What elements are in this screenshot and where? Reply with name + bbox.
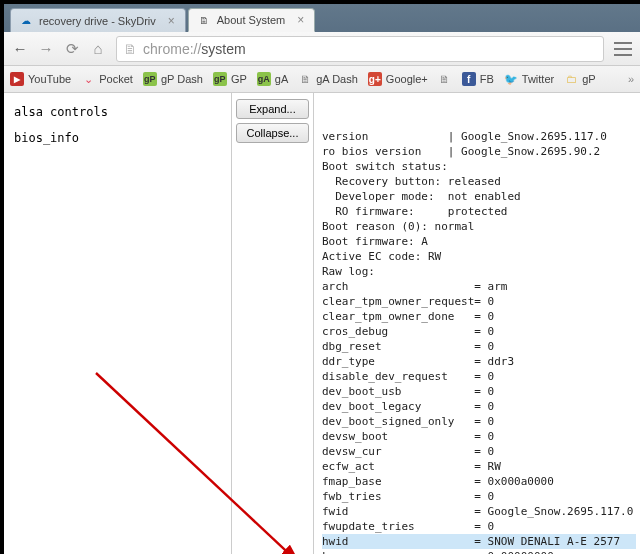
- bookmark-label: Twitter: [522, 73, 554, 85]
- nav-controls: ← → ⟳ ⌂: [12, 41, 106, 57]
- bios-kv-row: hwid = SNOW DENALI A-E 2577: [322, 534, 636, 549]
- bookmark-item[interactable]: g+Google+: [368, 72, 428, 86]
- bios-header-line: version | Google_Snow.2695.117.0: [322, 129, 636, 144]
- bookmark-item[interactable]: gPGP: [213, 72, 247, 86]
- bios-header-line: Boot firmware: A: [322, 234, 636, 249]
- gp-icon: gA: [257, 72, 271, 86]
- tw-icon: 🐦: [504, 72, 518, 86]
- bookmark-label: gP Dash: [161, 73, 203, 85]
- bios-header-line: Developer mode: not enabled: [322, 189, 636, 204]
- bios-header-line: Boot switch status:: [322, 159, 636, 174]
- browser-window: ☁ recovery drive - SkyDriv × 🗎 About Sys…: [4, 4, 640, 554]
- bios-kv-row: dev_boot_usb = 0: [322, 384, 636, 399]
- bookmark-item[interactable]: fFB: [462, 72, 494, 86]
- bios-kv-row: arch = arm: [322, 279, 636, 294]
- bios-kv-row: clear_tpm_owner_request= 0: [322, 294, 636, 309]
- pocket-icon: ⌄: [81, 72, 95, 86]
- bookmark-item[interactable]: gAgA: [257, 72, 288, 86]
- reload-icon[interactable]: ⟳: [64, 41, 80, 57]
- bios-kv-row: clear_tpm_owner_done = 0: [322, 309, 636, 324]
- bios-header-line: ro bios version | Google_Snow.2695.90.2: [322, 144, 636, 159]
- url-scheme: chrome://: [143, 41, 201, 57]
- tab-title: About System: [217, 14, 285, 26]
- tab-strip: ☁ recovery drive - SkyDriv × 🗎 About Sys…: [4, 4, 640, 32]
- bios-kv-row: dbg_reset = 0: [322, 339, 636, 354]
- bios-kv-row: kern_nv = 0x00000000: [322, 549, 636, 554]
- bookmark-label: gA: [275, 73, 288, 85]
- skydrive-icon: ☁: [19, 14, 33, 28]
- bios-header-line: Raw log:: [322, 264, 636, 279]
- bios-kv-row: dev_boot_legacy = 0: [322, 399, 636, 414]
- bookmark-label: Pocket: [99, 73, 133, 85]
- bios-kv-row: fwid = Google_Snow.2695.117.0: [322, 504, 636, 519]
- folder-icon: 🗀: [564, 72, 578, 86]
- bios-header-line: Active EC code: RW: [322, 249, 636, 264]
- url-path: system: [201, 41, 245, 57]
- section-bios-info[interactable]: bios_info: [14, 125, 79, 151]
- bios-kv-row: ecfw_act = RW: [322, 459, 636, 474]
- chevron-right-icon[interactable]: »: [628, 73, 634, 85]
- close-icon[interactable]: ×: [297, 13, 304, 27]
- bookmark-label: Google+: [386, 73, 428, 85]
- expand-controls: Expand... Collapse...: [232, 93, 314, 554]
- toolbar: ← → ⟳ ⌂ 🗎 chrome://system: [4, 32, 640, 66]
- gp-icon: gP: [143, 72, 157, 86]
- bios-kv-row: fwupdate_tries = 0: [322, 519, 636, 534]
- tab-skydrive[interactable]: ☁ recovery drive - SkyDriv ×: [10, 8, 186, 32]
- bios-kv-row: devsw_cur = 0: [322, 444, 636, 459]
- bios-kv-row: fwb_tries = 0: [322, 489, 636, 504]
- doc-icon: 🗎: [298, 72, 312, 86]
- bios-header-line: Boot reason (0): normal: [322, 219, 636, 234]
- collapse-button[interactable]: Collapse...: [236, 123, 309, 143]
- doc-icon: 🗎: [438, 72, 452, 86]
- bios-kv-row: disable_dev_request = 0: [322, 369, 636, 384]
- bookmark-label: GP: [231, 73, 247, 85]
- section-alsa-controls[interactable]: alsa controls: [14, 99, 108, 125]
- forward-icon[interactable]: →: [38, 41, 54, 57]
- page-icon: 🗎: [123, 42, 137, 56]
- bios-header-line: Recovery button: released: [322, 174, 636, 189]
- tab-title: recovery drive - SkyDriv: [39, 15, 156, 27]
- bookmark-item[interactable]: gPgP Dash: [143, 72, 203, 86]
- bookmark-label: FB: [480, 73, 494, 85]
- bookmark-item[interactable]: 🗎gA Dash: [298, 72, 358, 86]
- menu-icon[interactable]: [614, 42, 632, 56]
- home-icon[interactable]: ⌂: [90, 41, 106, 57]
- back-icon[interactable]: ←: [12, 41, 28, 57]
- close-icon[interactable]: ×: [168, 14, 175, 28]
- fb-icon: f: [462, 72, 476, 86]
- bookmark-label: gA Dash: [316, 73, 358, 85]
- omnibox[interactable]: 🗎 chrome://system: [116, 36, 604, 62]
- bios-kv-row: fmap_base = 0x000a0000: [322, 474, 636, 489]
- bios-kv-row: ddr_type = ddr3: [322, 354, 636, 369]
- bookmark-item[interactable]: 🗎: [438, 72, 452, 86]
- bookmark-label: YouTube: [28, 73, 71, 85]
- gp-icon: gP: [213, 72, 227, 86]
- yt-icon: ▶: [10, 72, 24, 86]
- bookmark-item[interactable]: 🐦Twitter: [504, 72, 554, 86]
- bios-kv-row: cros_debug = 0: [322, 324, 636, 339]
- content: alsa controls bios_info Expand... Collap…: [4, 93, 640, 554]
- section-list: alsa controls bios_info: [4, 93, 232, 554]
- bookmark-item[interactable]: ▶YouTube: [10, 72, 71, 86]
- expand-button[interactable]: Expand...: [236, 99, 309, 119]
- page-icon: 🗎: [197, 13, 211, 27]
- bios-header-line: RO firmware: protected: [322, 204, 636, 219]
- bookmark-item[interactable]: 🗀gP: [564, 72, 595, 86]
- bookmarks-bar: ▶YouTube⌄PocketgPgP DashgPGPgAgA🗎gA Dash…: [4, 66, 640, 93]
- tab-about-system[interactable]: 🗎 About System ×: [188, 8, 316, 32]
- gplus-icon: g+: [368, 72, 382, 86]
- bios-kv-row: dev_boot_signed_only = 0: [322, 414, 636, 429]
- bios-detail: version | Google_Snow.2695.117.0ro bios …: [314, 93, 640, 554]
- bookmark-label: gP: [582, 73, 595, 85]
- bios-kv-row: devsw_boot = 0: [322, 429, 636, 444]
- bookmark-item[interactable]: ⌄Pocket: [81, 72, 133, 86]
